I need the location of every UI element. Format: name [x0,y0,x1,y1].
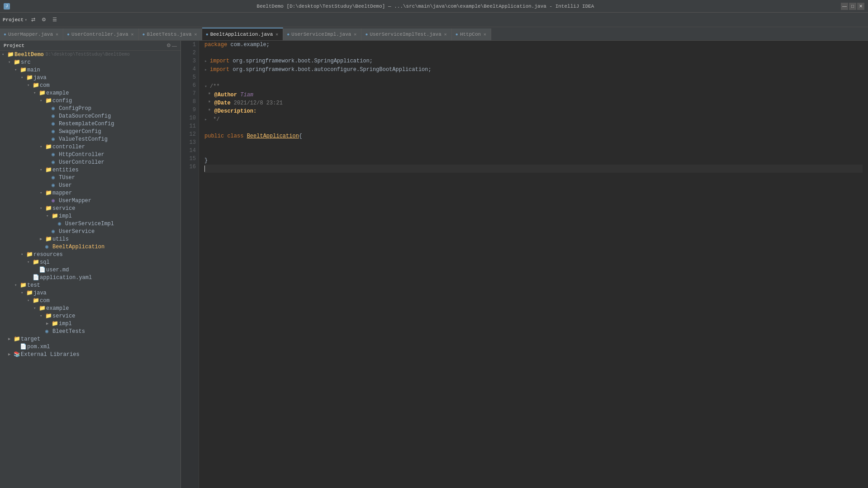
tab-usercontrollerjava[interactable]: ●UserController.java✕ [63,28,138,40]
tree-item[interactable]: ▶📚External Libraries [0,351,180,358]
tree-item[interactable]: ▾📁com [0,297,180,304]
tab-close-icon[interactable]: ✕ [275,31,279,38]
tree-label: main [27,67,40,73]
tab-beeltapplicationjava[interactable]: ●BeeltApplication.java✕ [202,28,284,40]
sidebar[interactable]: Project ⚙ — ▾📁BeeltDemoD:\desktop\TestSt… [0,41,181,488]
tree-item[interactable]: ▶📁target [0,335,180,343]
tab-userserviceimpltestjava[interactable]: ●UserServiceImplTest.java✕ [361,28,451,40]
tree-item[interactable]: 📄user.md [0,266,180,274]
tree-item[interactable]: ▾📁resources [0,251,180,258]
sidebar-tools[interactable]: ⚙ — [166,43,177,48]
tree-item[interactable]: ▾📁src [0,58,180,66]
tab-close-icon[interactable]: ✕ [353,31,357,38]
close-button[interactable]: ✕ [857,3,864,10]
tree-item[interactable]: ◉RestemplateConfig [0,120,180,128]
tree-label: java [33,75,47,81]
tree-item[interactable]: ▾📁java [0,74,180,81]
folder-icon: 📁 [14,59,21,66]
tree-item[interactable]: ◉DataSourceConfig [0,112,180,120]
tree-path: D:\desktop\TestStuduy\BeeltDemo [46,52,130,57]
tab-usermapperjava[interactable]: ●UserMapper.java✕ [0,28,63,40]
tab-close-icon[interactable]: ✕ [194,31,198,38]
plain-token: org.springframework.boot.SpringApplicati… [232,58,373,64]
tree-item[interactable]: ▾📁main [0,66,180,74]
project-dropdown-icon[interactable]: ▾ [24,17,27,23]
code-line: * @Description: [204,107,863,115]
file-icon: 📄 [20,343,27,350]
tree-item[interactable]: ▾📁example [0,304,180,312]
window-controls[interactable]: — □ ✕ [841,3,864,10]
tab-httpcon[interactable]: ●HttpCon✕ [452,28,491,40]
toolbar-settings-btn[interactable]: ⚙ [39,16,48,24]
tree-item[interactable]: ▾📁mapper [0,189,180,197]
tree-item[interactable]: ▾📁java [0,289,180,297]
tree-item[interactable]: ▾📁com [0,81,180,89]
tree-item[interactable]: ◉User [0,181,180,189]
code-line: public class BeeltApplication{ [204,132,863,140]
line-number: 2 [184,49,196,57]
tree-item[interactable]: ▾📁BeeltDemoD:\desktop\TestStuduy\BeeltDe… [0,51,180,58]
maximize-button[interactable]: □ [849,3,856,10]
tab-icon: ● [365,32,368,37]
class-icon: ◉ [52,182,59,189]
tree-item[interactable]: ◉ConfigProp [0,104,180,112]
tree-item[interactable]: ◉TUser [0,174,180,181]
tree-item[interactable]: ▾📁controller [0,143,180,151]
tree-item[interactable]: ▾📁example [0,89,180,97]
tree-label: src [21,59,31,66]
tree-item[interactable]: ▶📁utils [0,235,180,243]
collapsed-arrow: ▶ [46,321,52,326]
sidebar-header: Project ⚙ — [0,41,180,51]
class-icon: ◉ [52,105,59,112]
plain-token: com.example; [231,42,270,48]
tab-label: UserMapper.java [8,32,53,37]
tab-close-icon[interactable]: ✕ [443,31,448,38]
fold-icon[interactable]: ▸ [204,116,210,124]
tree-item[interactable]: ◉HttpController [0,151,180,158]
toolbar-sync-btn[interactable]: ⇄ [29,16,38,24]
sidebar-tool-collapse[interactable]: — [172,43,177,48]
comment-token: 2021/12/8 23:21 [231,100,283,106]
tree-item[interactable]: ◉BleetTests [0,327,180,335]
tab-bleettestsjava[interactable]: ●BleetTests.java✕ [139,28,202,40]
fold-icon[interactable]: ▸ [204,57,210,66]
tree-item[interactable]: ▾📁entities [0,166,180,174]
tree-label: controller [52,144,85,150]
tree-item[interactable]: ◉BeeltApplication [0,243,180,251]
tree-item[interactable]: 📄pom.xml [0,343,180,351]
tree-item[interactable]: ◉UserService [0,227,180,235]
minimize-button[interactable]: — [841,3,848,10]
tree-item[interactable]: ▾📁config [0,97,180,104]
fold-icon[interactable]: ▾ [204,83,210,91]
tree-item[interactable]: ▾📁test [0,281,180,289]
tab-close-icon[interactable]: ✕ [55,31,59,38]
expanded-arrow: ▾ [46,213,52,218]
tree-item[interactable]: ▶📁impl [0,320,180,327]
fold-icon[interactable]: ▸ [204,66,210,74]
toolbar-menu-btn[interactable]: ☰ [50,16,59,24]
tree-item[interactable]: ▾📁service [0,204,180,212]
tab-close-icon[interactable]: ✕ [483,31,487,38]
tab-close-icon[interactable]: ✕ [130,31,135,38]
class-icon: ◉ [52,159,59,166]
sidebar-tool-gear[interactable]: ⚙ [166,43,171,48]
class-icon: ◉ [52,120,59,127]
code-line: * @Date 2021/12/8 23:21 [204,99,863,107]
tree-item[interactable]: ◉UserController [0,158,180,166]
tree-item[interactable]: ▾📁impl [0,212,180,220]
tree-item[interactable]: ▾📁sql [0,258,180,266]
tree-item[interactable]: 📄application.yaml [0,274,180,281]
class-icon: ◉ [52,136,59,142]
tab-label: BeeltApplication.java [210,32,273,37]
tree-item[interactable]: ◉SwaggerConfig [0,128,180,135]
tab-label: BleetTests.java [147,32,192,37]
code-area[interactable]: package com.example; ▸import org.springf… [199,41,868,488]
line-number: 7 [184,90,196,98]
code-line [204,74,863,82]
tree-item[interactable]: ◉ValueTestConfig [0,135,180,143]
tree-item[interactable]: ◉UserServiceImpl [0,220,180,227]
tree-item[interactable]: ▾📁service [0,312,180,320]
code-line [204,49,863,57]
tab-userserviceimpljava[interactable]: ●UserServiceImpl.java✕ [283,28,361,40]
tree-item[interactable]: ◉UserMapper [0,197,180,204]
